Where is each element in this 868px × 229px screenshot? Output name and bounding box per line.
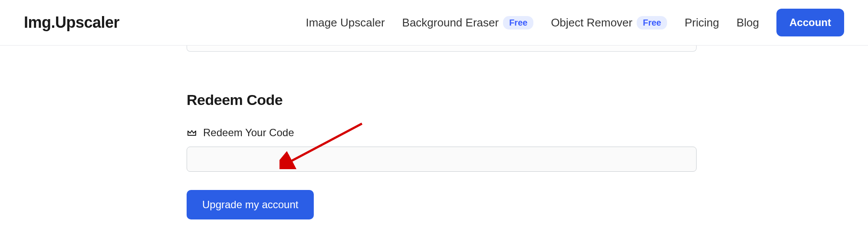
nav-label: Object Remover (551, 16, 632, 29)
nav-label: Image Upscaler (306, 16, 385, 29)
page-content: Redeem Code Redeem Your Code Upgrade my … (0, 46, 868, 219)
redeem-field-label-row: Redeem Your Code (187, 127, 681, 139)
nav-label: Background Eraser (402, 16, 499, 29)
crown-icon (187, 128, 197, 138)
nav-image-upscaler[interactable]: Image Upscaler (306, 16, 385, 29)
site-header: Img.Upscaler Image Upscaler Background E… (0, 0, 868, 46)
nav-pricing[interactable]: Pricing (684, 16, 719, 29)
redeem-code-input[interactable] (187, 147, 697, 172)
upgrade-account-button[interactable]: Upgrade my account (187, 190, 314, 219)
nav-label: Pricing (684, 16, 719, 29)
account-button[interactable]: Account (776, 9, 844, 36)
free-badge: Free (503, 16, 533, 29)
redeem-field-label: Redeem Your Code (203, 127, 294, 139)
nav-object-remover[interactable]: Object Remover Free (551, 16, 667, 29)
nav-blog[interactable]: Blog (736, 16, 759, 29)
nav-label: Blog (736, 16, 759, 29)
previous-input-bottom-edge (187, 46, 697, 52)
free-badge: Free (637, 16, 667, 29)
primary-nav: Image Upscaler Background Eraser Free Ob… (306, 9, 844, 36)
redeem-section-title: Redeem Code (187, 92, 681, 108)
nav-background-eraser[interactable]: Background Eraser Free (402, 16, 534, 29)
site-logo[interactable]: Img.Upscaler (24, 13, 119, 32)
